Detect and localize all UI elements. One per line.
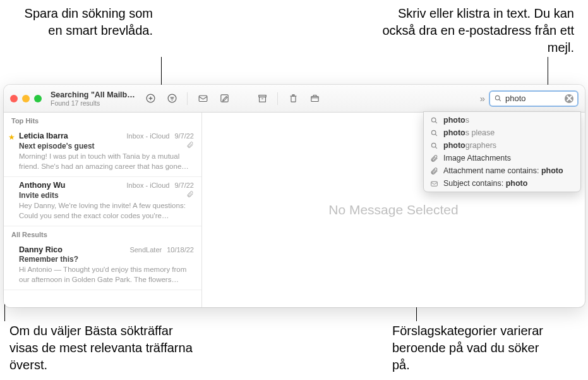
suggestion-item[interactable]: Attachment name contains: photo [424, 164, 580, 177]
window-subtitle: Found 17 results [51, 99, 138, 107]
suggestion-item[interactable]: photos please [424, 126, 580, 139]
separator [187, 92, 188, 105]
svg-line-18 [435, 134, 437, 136]
suggestion-item[interactable]: photos [424, 114, 580, 126]
mail-icon [430, 180, 438, 188]
minimize-button[interactable] [22, 95, 30, 102]
annotation-top-hits: Om du väljer Bästa sökträffar visas de m… [9, 322, 193, 374]
zoom-button[interactable] [34, 95, 42, 102]
attachment-icon [186, 190, 194, 200]
svg-line-16 [435, 121, 437, 123]
no-selection-label: No Message Selected [328, 202, 458, 218]
mailbox-label: SendLater [129, 246, 162, 254]
junk-button[interactable] [306, 91, 323, 106]
clear-search-button[interactable] [565, 94, 573, 103]
attachment-icon [430, 167, 438, 175]
svg-rect-7 [199, 95, 207, 101]
search-icon [430, 129, 438, 137]
toolbar: Searching "All Mailbo... Found 17 result… [4, 85, 585, 113]
message-item[interactable]: Danny Rico SendLater 10/18/22 Remember t… [4, 242, 201, 290]
svg-point-3 [168, 94, 176, 102]
svg-point-13 [495, 95, 500, 100]
mailbox-label: Inbox - iCloud [127, 181, 170, 189]
search-input[interactable] [505, 94, 561, 103]
svg-rect-21 [431, 181, 438, 186]
filter-button[interactable] [163, 91, 181, 106]
mail-window: Searching "All Mailbo... Found 17 result… [4, 85, 585, 307]
sender: Danny Rico [19, 245, 63, 254]
sender: Anthony Wu [19, 181, 65, 190]
subject: Invite edits [19, 191, 59, 200]
annotation-search-hint: Skriv eller klistra in text. Du kan ocks… [366, 5, 574, 56]
section-all-results: All Results [4, 226, 201, 242]
reply-button[interactable] [194, 91, 212, 106]
svg-line-14 [499, 99, 501, 101]
archive-button[interactable] [253, 91, 271, 106]
subject: Next episode's guest [19, 142, 95, 150]
separator [277, 92, 278, 105]
message-list[interactable]: Top Hits ★ Leticia Ibarra Inbox - iCloud… [4, 113, 202, 307]
suggestion-item[interactable]: photographers [424, 139, 580, 152]
section-top-hits: Top Hits [4, 113, 201, 128]
suggestion-item[interactable]: Subject contains: photo [424, 177, 580, 190]
more-chevron-icon[interactable]: » [480, 93, 485, 104]
svg-rect-12 [311, 97, 318, 102]
message-item[interactable]: ★ Leticia Ibarra Inbox - iCloud 9/7/22 N… [4, 128, 201, 177]
window-title: Searching "All Mailbo... [51, 90, 138, 99]
compose-button[interactable] [215, 91, 233, 106]
preview-text: Morning! I was put in touch with Tania b… [19, 152, 194, 171]
svg-rect-10 [259, 97, 265, 102]
subject: Remember this? [19, 255, 78, 264]
date-label: 9/7/22 [174, 181, 194, 189]
preview-text: Hi Antonio — Thought you'd enjoy this me… [19, 265, 194, 285]
annotation-suggestions: Förslagskategorier varierar beroende på … [392, 322, 550, 374]
toolbar-title: Searching "All Mailbo... Found 17 result… [51, 90, 138, 107]
annotation-save-search: Spara din sökning som en smart brevlåda. [14, 5, 153, 39]
date-label: 9/7/22 [174, 132, 194, 140]
svg-point-17 [431, 130, 436, 135]
save-smart-mailbox-button[interactable] [141, 91, 159, 106]
window-controls [10, 95, 42, 102]
preview-text: Hey Danny, We're loving the invite! A fe… [19, 201, 194, 221]
svg-point-19 [431, 143, 436, 147]
suggestion-item[interactable]: Image Attachments [424, 152, 580, 164]
search-icon [430, 116, 438, 125]
close-button[interactable] [10, 95, 18, 102]
attachment-icon [430, 154, 438, 162]
svg-line-20 [435, 147, 437, 149]
trash-button[interactable] [284, 91, 302, 106]
search-icon [430, 142, 438, 150]
attachment-icon [186, 141, 194, 150]
star-icon: ★ [8, 133, 15, 142]
search-icon [494, 94, 502, 102]
search-suggestions: photos photos please photographers Image… [423, 111, 581, 192]
sender: Leticia Ibarra [19, 132, 68, 140]
date-label: 10/18/22 [167, 246, 194, 254]
message-item[interactable]: Anthony Wu Inbox - iCloud 9/7/22 Invite … [4, 177, 201, 226]
mailbox-label: Inbox - iCloud [127, 132, 170, 140]
svg-point-15 [431, 118, 436, 122]
search-field[interactable] [489, 90, 579, 107]
